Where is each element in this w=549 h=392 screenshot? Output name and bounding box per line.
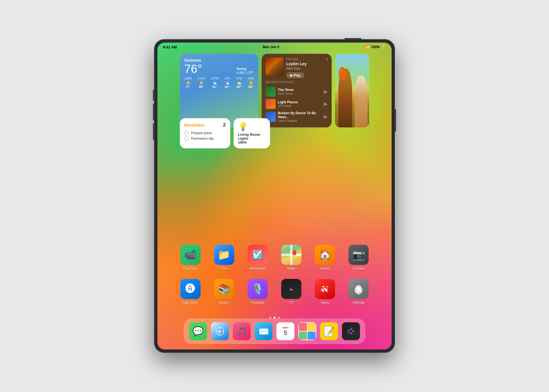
maps-icon: 📍	[281, 245, 301, 265]
photos-widget[interactable]	[335, 54, 369, 127]
battery-level: 100%	[371, 45, 380, 49]
app-appstore-label: App Store	[183, 301, 198, 305]
reminder-2[interactable]: Permission slip	[184, 136, 226, 141]
dock-mail[interactable]: ✉️	[255, 322, 273, 340]
app-books-label: Books	[219, 301, 229, 305]
weather-description: Sunny H:88° L:57°	[236, 67, 254, 75]
app-podcasts-label: Podcasts	[251, 301, 264, 305]
homekit-value: 100%	[238, 141, 266, 144]
app-camera[interactable]: 📷 Camera	[348, 245, 369, 270]
reminders-count: 2	[223, 122, 226, 128]
reminder-2-text: Permission slip	[191, 137, 214, 141]
svg-rect-2	[321, 287, 329, 288]
app-news-label: News	[321, 301, 329, 305]
homekit-bulb-icon: 💡	[238, 122, 266, 131]
app-files[interactable]: 📁 Files	[213, 245, 234, 270]
recently-played-label: RECENTLY PLAYED	[266, 81, 328, 84]
volume-up-button[interactable]	[153, 90, 154, 101]
forecast-2pm: 2PM ⛅ 85°	[236, 77, 242, 88]
widgets-row2: Reminders 2 Prepare pizza Permission sli…	[180, 118, 270, 148]
play-track-1[interactable]: ▶	[324, 88, 328, 95]
app-settings-label: Settings	[353, 301, 365, 305]
power-button[interactable]	[395, 109, 396, 132]
forecast-10am: 10AM ☀️ 77°	[184, 77, 192, 88]
reminder-1-circle	[184, 131, 189, 135]
app-podcasts[interactable]: 🎙️ Podcasts	[247, 279, 268, 305]
camera-icon: 📷	[348, 245, 369, 265]
app-tv-label: TV	[289, 301, 293, 305]
files-icon: 📁	[214, 245, 234, 265]
reminder-1[interactable]: Prepare pizza	[184, 130, 226, 136]
dock-calendar[interactable]: MON 5	[276, 322, 294, 340]
app-row-1: 📹 FaceTime 📁 Files ☑️ Reminders	[180, 245, 369, 270]
homekit-widget[interactable]: 💡 Living Room Lights 100%	[234, 118, 270, 148]
page-dot-1[interactable]	[269, 317, 271, 319]
reminders-widget[interactable]: Reminders 2 Prepare pizza Permission sli…	[180, 118, 230, 148]
app-tv[interactable]: tv TV	[281, 279, 302, 305]
now-playing: PAUSED Leylim Ley Altın Gün ▶ Play	[266, 58, 328, 78]
weather-widget[interactable]: Sonoma 76° Sunny H:88° L:57° 10AM ☀️ 77°	[180, 54, 258, 127]
forecast-3pm: 3PM ☀️ 88°	[248, 77, 254, 88]
app-reminders-label: Reminders	[250, 267, 266, 270]
homekit-device: Lights	[238, 137, 266, 141]
dock-music[interactable]: 🎵	[233, 322, 251, 340]
silent-button[interactable]	[153, 123, 154, 140]
appstore-icon: 🅐	[180, 279, 201, 299]
news-icon: N	[315, 279, 335, 299]
tv-icon: tv	[281, 279, 301, 299]
recent-track-3[interactable]: Broken By Desire To Be Heav... Lewis Cap…	[266, 110, 328, 123]
app-appstore[interactable]: 🅐 App Store	[180, 279, 201, 305]
app-books[interactable]: 📚 Books	[213, 279, 234, 305]
app-settings[interactable]: Settings	[348, 279, 369, 305]
page-dot-2[interactable]	[274, 317, 276, 319]
svg-rect-3	[321, 289, 326, 290]
dock-safari[interactable]	[211, 322, 229, 340]
svg-rect-4	[321, 290, 327, 291]
play-button[interactable]: ▶ Play	[286, 72, 304, 78]
dock: 💬 🎵 ✉️	[184, 319, 365, 344]
weather-forecast: 10AM ☀️ 77° 11AM ☀️ 80° 12PM 🌤 81°	[184, 77, 254, 88]
app-reminders[interactable]: ☑️ Reminders	[247, 245, 268, 270]
play-track-2[interactable]: ▶	[324, 101, 328, 107]
svg-point-11	[352, 330, 354, 332]
forecast-12pm: 12PM 🌤 81°	[211, 77, 218, 88]
dock-messages[interactable]: 💬	[189, 322, 207, 340]
dock-notes[interactable]: 📝	[320, 322, 338, 340]
forecast-11am: 11AM ☀️ 80°	[198, 77, 205, 88]
app-maps-label: Maps	[287, 267, 295, 270]
settings-icon	[348, 279, 369, 299]
app-facetime[interactable]: 📹 FaceTime	[180, 245, 201, 270]
home-icon: 🏠	[315, 245, 335, 265]
app-files-label: Files	[220, 267, 227, 270]
app-home[interactable]: 🏠 Home	[315, 245, 336, 270]
app-news[interactable]: N News	[315, 279, 336, 305]
widgets-area: Sonoma 76° Sunny H:88° L:57° 10AM ☀️ 77°	[180, 54, 369, 127]
ipad-screen: 9:41 AM Mon Jun 5 📶 100% 🔋 Sonoma 76° Su…	[157, 43, 392, 349]
app-camera-label: Camera	[353, 267, 365, 270]
app-maps[interactable]: 📍 Maps	[281, 245, 302, 270]
status-bar: 9:41 AM Mon Jun 5 📶 100% 🔋	[157, 43, 392, 52]
weather-city: Sonoma	[184, 58, 254, 62]
reminder-1-text: Prepare pizza	[191, 131, 212, 135]
app-grid: 📹 FaceTime 📁 Files ☑️ Reminders	[157, 245, 392, 305]
recent-track-1[interactable]: The Show Niall Horan ▶	[266, 85, 328, 98]
page-dot-3[interactable]	[278, 317, 280, 319]
recent-track-2[interactable]: Light Places LP Giobbi ▶	[266, 98, 328, 110]
facetime-icon: 📹	[180, 245, 201, 265]
dock-photos[interactable]	[298, 322, 316, 340]
forecast-1pm: 1PM 🌤 81°	[224, 77, 230, 88]
play-track-3[interactable]: ▶	[324, 114, 328, 120]
volume-down-button[interactable]	[153, 104, 154, 120]
podcasts-icon: 🎙️	[248, 279, 268, 299]
reminders-app-icon: ☑️	[248, 245, 268, 265]
svg-point-13	[350, 332, 352, 334]
svg-point-12	[350, 328, 352, 330]
music-widget[interactable]: ♪ PAUSED Leylim Ley Altın Gün ▶ Play REC…	[262, 54, 332, 127]
app-facetime-label: FaceTime	[183, 267, 198, 270]
svg-rect-15	[348, 331, 350, 332]
album-art	[266, 58, 283, 76]
music-title: Leylim Ley	[286, 62, 328, 66]
dock-arcade[interactable]	[342, 322, 360, 340]
weather-temp: 76°	[184, 63, 202, 75]
top-button[interactable]	[345, 38, 361, 39]
